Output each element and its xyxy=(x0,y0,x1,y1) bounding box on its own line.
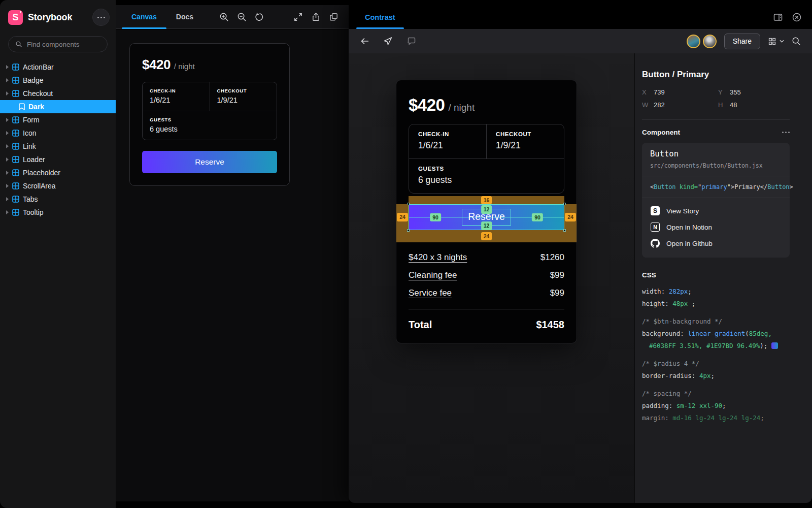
resize-handle[interactable] xyxy=(563,229,566,232)
total-row: Total $1458 xyxy=(409,319,564,331)
padding-top-badge: 12 xyxy=(481,205,492,214)
fullscreen-icon[interactable] xyxy=(293,12,303,22)
fee-label[interactable]: Service fee xyxy=(409,288,452,298)
padding-left-badge: 90 xyxy=(430,213,441,221)
storybook-logo[interactable]: S xyxy=(8,10,23,25)
checkin-field[interactable]: CHECK-IN 1/6/21 xyxy=(143,82,210,111)
inspector-panel: Button / Primary X739 Y355 W282 H48 Comp… xyxy=(634,53,812,503)
view-story-link[interactable]: S View Story xyxy=(650,203,782,219)
x-label: X xyxy=(642,88,648,96)
selection-title: Button / Primary xyxy=(642,70,790,80)
resize-handle[interactable] xyxy=(407,203,410,205)
cursor-icon[interactable] xyxy=(383,36,393,46)
comment-icon[interactable] xyxy=(407,36,417,46)
y-label: Y xyxy=(718,88,724,96)
margin-band-right: 24 xyxy=(564,204,577,230)
price: $420 xyxy=(409,96,445,115)
sidebar-item-label: ActionBar xyxy=(23,63,54,71)
component-icon xyxy=(12,196,19,203)
y-value: 355 xyxy=(730,88,741,96)
caret-right-icon xyxy=(6,118,9,122)
design-canvas[interactable]: $420 / night CHECK-IN 1/6/21 CHECKOUT 1/… xyxy=(349,53,634,503)
resize-handle[interactable] xyxy=(563,203,566,205)
layout-grid-menu[interactable] xyxy=(768,37,784,46)
contrast-toolbar: Share xyxy=(349,29,812,53)
zoom-reset-icon[interactable] xyxy=(255,12,264,22)
tab-canvas[interactable]: Canvas xyxy=(122,5,166,28)
share-export-icon[interactable] xyxy=(311,12,321,22)
tab-docs[interactable]: Docs xyxy=(166,5,203,28)
sidebar-item-tooltip[interactable]: Tooltip xyxy=(0,206,116,219)
checkout-field[interactable]: CHECKOUT 1/9/21 xyxy=(210,82,277,111)
checkin-field[interactable]: CHECK-IN 1/6/21 xyxy=(409,124,486,158)
sidebar-item-form[interactable]: Form xyxy=(0,113,116,126)
sidebar-item-checkout[interactable]: Checkout xyxy=(0,87,116,100)
zoom-in-icon[interactable] xyxy=(219,12,229,22)
sidebar-item-tabs[interactable]: Tabs xyxy=(0,193,116,206)
fee-value: $1260 xyxy=(540,252,564,263)
sidebar-item-link[interactable]: Link xyxy=(0,140,116,153)
guests-field[interactable]: GUESTS 6 guests xyxy=(409,158,564,193)
app-window: S Storybook Find components ActionBar Ba… xyxy=(0,0,812,508)
reserve-button[interactable]: Reserve xyxy=(142,151,277,173)
component-icon xyxy=(12,209,19,216)
sidebar-item-badge[interactable]: Badge xyxy=(0,74,116,87)
fee-row: Cleaning fee $99 xyxy=(409,266,564,284)
link-label: Open in Github xyxy=(666,240,713,247)
open-in-notion-link[interactable]: N Open in Notion xyxy=(650,219,782,235)
copy-icon[interactable] xyxy=(329,12,339,22)
avatar[interactable] xyxy=(703,35,717,48)
padding-bottom-badge: 12 xyxy=(481,221,492,230)
search-placeholder: Find components xyxy=(27,41,80,48)
link-label: Open in Notion xyxy=(666,224,712,231)
caret-right-icon xyxy=(6,91,9,96)
close-icon[interactable] xyxy=(792,12,802,22)
resize-handle[interactable] xyxy=(407,229,410,232)
zoom-out-icon[interactable] xyxy=(237,12,247,22)
guests-field[interactable]: GUESTS 6 guests xyxy=(143,111,277,140)
component-card: Button src/components/Button/Button.jsx … xyxy=(642,143,790,258)
fee-label[interactable]: $420 x 3 nights xyxy=(409,252,467,263)
divider xyxy=(409,309,564,309)
reserve-button-label: Reserve xyxy=(195,157,224,167)
padding-right-badge: 90 xyxy=(532,213,543,221)
sidebar-menu-button[interactable] xyxy=(92,9,110,26)
sidebar-item-label: Loader xyxy=(23,155,45,164)
component-icon xyxy=(12,156,19,163)
share-button[interactable]: Share xyxy=(724,34,760,49)
w-value: 282 xyxy=(654,101,665,109)
sidebar-item-dark[interactable]: Dark xyxy=(0,100,116,113)
preview-toolbar: Canvas Docs xyxy=(116,5,349,29)
tab-contrast[interactable]: Contrast xyxy=(356,5,404,29)
component-icon xyxy=(12,90,19,97)
booking-card-inspected: $420 / night CHECK-IN 1/6/21 CHECKOUT 1/… xyxy=(396,80,577,343)
sidebar-item-placeholder[interactable]: Placeholder xyxy=(0,166,116,179)
caret-right-icon xyxy=(6,65,9,69)
guests-value: 6 guests xyxy=(418,175,555,185)
fee-label[interactable]: Cleaning fee xyxy=(409,270,457,280)
chevron-down-icon xyxy=(780,40,784,43)
open-in-github-link[interactable]: Open in Github xyxy=(650,235,782,251)
avatar[interactable] xyxy=(687,35,700,48)
storybook-icon: S xyxy=(650,206,660,215)
preview-canvas: $420 / night CHECK-IN 1/6/21 CHECKOUT 1/… xyxy=(116,29,349,501)
divider xyxy=(642,119,790,120)
sidebar-item-actionbar[interactable]: ActionBar xyxy=(0,60,116,74)
back-icon[interactable] xyxy=(360,36,370,46)
share-button-label: Share xyxy=(733,37,752,45)
margin-top-badge: 16 xyxy=(481,196,492,205)
checkout-field[interactable]: CHECKOUT 1/9/21 xyxy=(486,124,564,158)
gradient-swatch xyxy=(771,342,778,349)
checkout-label: CHECKOUT xyxy=(496,131,555,137)
search-input[interactable]: Find components xyxy=(8,36,108,52)
fee-row: Service fee $99 xyxy=(409,284,564,302)
reserve-button[interactable]: 12 12 90 90 Reserve xyxy=(409,204,564,230)
sidebar-item-loader[interactable]: Loader xyxy=(0,153,116,166)
sidebar-item-icon[interactable]: Icon xyxy=(0,126,116,140)
more-options-icon[interactable] xyxy=(782,130,790,135)
sidebar-item-scrollarea[interactable]: ScrollArea xyxy=(0,179,116,193)
search-icon[interactable] xyxy=(792,37,801,46)
github-icon xyxy=(650,239,660,248)
panel-toggle-icon[interactable] xyxy=(773,12,783,22)
guests-label: GUESTS xyxy=(418,166,555,172)
